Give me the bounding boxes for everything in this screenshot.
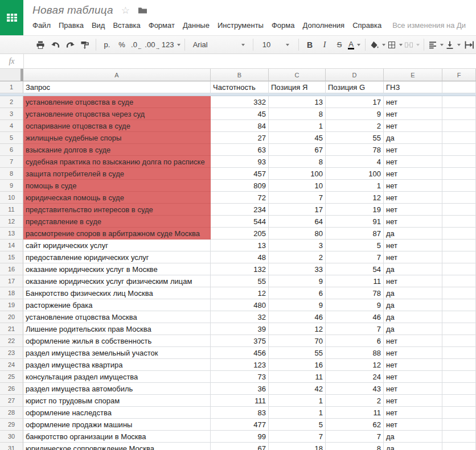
cell-E20[interactable]: да [384, 311, 442, 323]
row-header-28[interactable]: 28 [0, 407, 23, 419]
text-wrap-button[interactable] [462, 38, 475, 52]
row-header-5[interactable]: 5 [0, 132, 23, 144]
cell-F29[interactable] [442, 419, 476, 431]
cell-B7[interactable]: 93 [211, 156, 269, 168]
cell-A3[interactable]: установление отцовства через суд [23, 108, 211, 120]
cell-B17[interactable]: 55 [211, 275, 269, 287]
cell-C23[interactable]: 55 [269, 347, 326, 359]
cell-E21[interactable]: да [384, 323, 442, 335]
font-size-select[interactable]: 10 [258, 38, 294, 52]
row-header-30[interactable]: 30 [0, 431, 23, 443]
row-header-2[interactable]: 2 [0, 96, 23, 108]
cell-B24[interactable]: 123 [211, 359, 269, 371]
cell-A20[interactable]: установление отцовства Москва [23, 311, 211, 323]
increase-decimal-button[interactable]: .00 → [145, 38, 160, 52]
cell-F3[interactable] [442, 108, 476, 120]
cell-F28[interactable] [442, 407, 476, 419]
cell-D10[interactable]: 12 [326, 192, 384, 204]
cell-A29[interactable]: оформление продажи машины [23, 419, 211, 431]
cell-E1[interactable]: ГНЗ [384, 81, 442, 93]
sheets-logo[interactable] [0, 0, 23, 35]
cell-D1[interactable]: Позиция G [326, 81, 384, 93]
row-header-20[interactable]: 20 [0, 311, 23, 323]
cell-D3[interactable]: 9 [326, 108, 384, 120]
cell-F16[interactable] [442, 263, 476, 275]
cell-C16[interactable]: 33 [269, 263, 326, 275]
cell-E10[interactable]: нет [384, 192, 442, 204]
cell-A10[interactable]: юридическая помощь в суде [23, 192, 211, 204]
print-button[interactable] [34, 38, 47, 52]
cell-E4[interactable]: нет [384, 120, 442, 132]
cell-D6[interactable]: 78 [326, 144, 384, 156]
cell-E16[interactable]: да [384, 263, 442, 275]
cell-A24[interactable]: раздел имущества квартира [23, 359, 211, 371]
cell-D16[interactable]: 54 [326, 263, 384, 275]
cell-C18[interactable]: 6 [269, 287, 326, 299]
cell-F6[interactable] [442, 144, 476, 156]
cell-F2[interactable] [442, 96, 476, 108]
folder-icon[interactable] [138, 6, 147, 14]
cell-C12[interactable]: 64 [269, 216, 326, 228]
cell-A8[interactable]: защита потребителей в суде [23, 168, 211, 180]
cell-B23[interactable]: 456 [211, 347, 269, 359]
percent-format-button[interactable]: % [116, 38, 128, 52]
horizontal-align-button[interactable] [429, 38, 444, 52]
cell-C28[interactable]: 1 [269, 407, 326, 419]
menu-item-0[interactable]: Файл [28, 19, 55, 31]
row-header-12[interactable]: 12 [0, 216, 23, 228]
cell-D28[interactable]: 11 [326, 407, 384, 419]
row-header-19[interactable]: 19 [0, 299, 23, 311]
cell-F8[interactable] [442, 168, 476, 180]
menu-item-7[interactable]: Форма [268, 19, 299, 31]
undo-button[interactable] [49, 38, 61, 52]
row-header-29[interactable]: 29 [0, 419, 23, 431]
cell-F11[interactable] [442, 204, 476, 216]
cell-C6[interactable]: 67 [269, 144, 326, 156]
cell-C1[interactable]: Позиция Я [269, 81, 326, 93]
document-title[interactable]: Новая таблица [32, 4, 113, 16]
cell-B6[interactable]: 63 [211, 144, 269, 156]
cell-E11[interactable]: нет [384, 204, 442, 216]
cell-E2[interactable]: нет [384, 96, 442, 108]
cell-A15[interactable]: предоставление юридических услуг [23, 251, 211, 263]
cell-A28[interactable]: оформление наследства [23, 407, 211, 419]
number-format-button[interactable]: 123 [162, 38, 180, 52]
cell-C26[interactable]: 42 [269, 383, 326, 395]
cell-F26[interactable] [442, 383, 476, 395]
cell-A23[interactable]: раздел имущества земельный участок [23, 347, 211, 359]
menu-item-6[interactable]: Инструменты [214, 19, 268, 31]
cell-B11[interactable]: 234 [211, 204, 269, 216]
row-header-11[interactable]: 11 [0, 204, 23, 216]
text-color-button[interactable]: A [348, 38, 360, 52]
cell-B5[interactable]: 27 [211, 132, 269, 144]
cell-F7[interactable] [442, 156, 476, 168]
cell-D27[interactable]: 2 [326, 395, 384, 407]
cell-B12[interactable]: 544 [211, 216, 269, 228]
cell-A1[interactable]: Запрос [23, 81, 211, 93]
menu-item-5[interactable]: Данные [179, 19, 214, 31]
cell-E27[interactable]: нет [384, 395, 442, 407]
cell-E18[interactable]: да [384, 287, 442, 299]
cell-F23[interactable] [442, 347, 476, 359]
cell-B29[interactable]: 477 [211, 419, 269, 431]
cell-C7[interactable]: 8 [269, 156, 326, 168]
cell-D12[interactable]: 91 [326, 216, 384, 228]
column-header-A[interactable]: A [23, 69, 211, 81]
cell-E12[interactable]: нет [384, 216, 442, 228]
cell-E24[interactable]: нет [384, 359, 442, 371]
row-header-22[interactable]: 22 [0, 335, 23, 347]
cell-C19[interactable]: 9 [269, 299, 326, 311]
menu-item-4[interactable]: Формат [145, 19, 179, 31]
font-family-select[interactable]: Arial [190, 38, 248, 52]
menu-item-8[interactable]: Дополнения [298, 19, 348, 31]
cell-D18[interactable]: 78 [326, 287, 384, 299]
cell-F14[interactable] [442, 240, 476, 251]
row-header-4[interactable]: 4 [0, 120, 23, 132]
cell-D25[interactable]: 24 [326, 371, 384, 383]
cell-B18[interactable]: 12 [211, 287, 269, 299]
cell-F5[interactable] [442, 132, 476, 144]
cell-B31[interactable]: 67 [211, 443, 269, 450]
cell-E6[interactable]: нет [384, 144, 442, 156]
cell-D21[interactable]: 7 [326, 323, 384, 335]
cell-C11[interactable]: 17 [269, 204, 326, 216]
